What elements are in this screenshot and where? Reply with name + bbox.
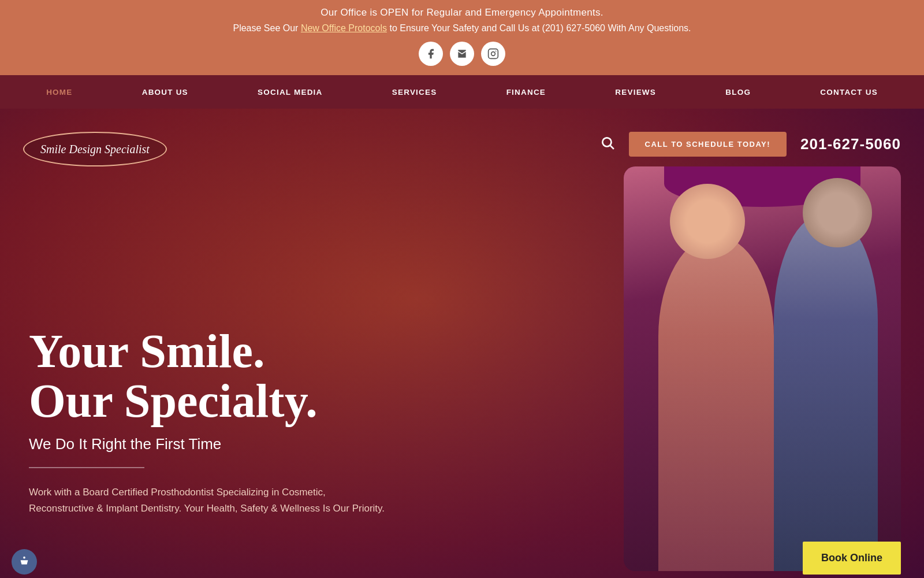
accessibility-button[interactable] — [12, 549, 37, 575]
header-right: CALL TO SCHEDULE TODAY! 201-627-5060 — [600, 132, 901, 157]
face-man — [803, 178, 872, 247]
hero-divider — [29, 467, 144, 468]
instagram-icon — [487, 48, 499, 60]
search-icon — [600, 135, 615, 150]
banner-prefix: Please See Our — [233, 23, 300, 33]
svg-point-1 — [491, 52, 495, 56]
store-icon — [456, 48, 468, 60]
hero-content: Your Smile. Our Specialty. We Do It Righ… — [29, 327, 387, 517]
svg-point-2 — [495, 51, 497, 52]
top-banner: Our Office is OPEN for Regular and Emerg… — [0, 0, 924, 75]
instagram-button[interactable] — [481, 42, 505, 66]
office-protocols-link[interactable]: New Office Protocols — [301, 23, 387, 33]
book-online-button[interactable]: Book Online — [803, 542, 901, 575]
banner-line2: Please See Our New Office Protocols to E… — [12, 23, 912, 34]
accessibility-icon — [18, 555, 31, 568]
banner-suffix: to Ensure Your Safety and Call Us at (20… — [387, 23, 691, 33]
logo-name: Smile Design Specialist — [40, 143, 150, 155]
social-icons-bar — [12, 42, 912, 66]
nav-blog[interactable]: BLOG — [720, 77, 757, 107]
hero-image-card — [624, 166, 901, 571]
facebook-button[interactable] — [419, 42, 443, 66]
nav-about-us[interactable]: ABOUT US — [136, 77, 194, 107]
svg-rect-0 — [489, 49, 498, 59]
svg-point-5 — [23, 557, 25, 559]
face-woman — [670, 184, 745, 259]
cta-schedule-button[interactable]: CALL TO SCHEDULE TODAY! — [629, 132, 787, 157]
svg-point-3 — [602, 138, 611, 146]
nav-contact-us[interactable]: CONTACT US — [814, 77, 884, 107]
figure-woman — [658, 236, 774, 571]
hero-headline: Your Smile. Our Specialty. — [29, 327, 387, 426]
hero-subheadline: We Do It Right the First Time — [29, 435, 387, 453]
nav-services[interactable]: SERVICES — [386, 77, 443, 107]
figure-man — [774, 213, 878, 571]
hero-headline-line2: Our Specialty. — [29, 376, 387, 426]
logo-text: Smile Design Specialist — [40, 141, 150, 157]
main-navigation: HOME ABOUT US SOCIAL MEDIA SERVICES FINA… — [0, 75, 924, 109]
hero-description: Work with a Board Certified Prosthodonti… — [29, 484, 387, 517]
nav-finance[interactable]: FINANCE — [501, 77, 552, 107]
nav-social-media[interactable]: SOCIAL MEDIA — [252, 77, 328, 107]
logo-box: Smile Design Specialist — [23, 132, 167, 166]
search-button[interactable] — [600, 135, 615, 154]
banner-line1: Our Office is OPEN for Regular and Emerg… — [12, 7, 912, 18]
google-business-button[interactable] — [450, 42, 474, 66]
facebook-icon — [425, 48, 437, 60]
svg-line-4 — [610, 145, 613, 149]
nav-reviews[interactable]: REVIEWS — [609, 77, 662, 107]
phone-number: 201-627-5060 — [800, 135, 901, 153]
logo-area: Smile Design Specialist — [23, 132, 167, 166]
nav-home[interactable]: HOME — [40, 77, 78, 107]
hero-headline-line1: Your Smile. — [29, 327, 387, 376]
hero-image-inner — [624, 166, 901, 571]
hero-section: Smile Design Specialist CALL TO SCHEDULE… — [0, 109, 924, 578]
